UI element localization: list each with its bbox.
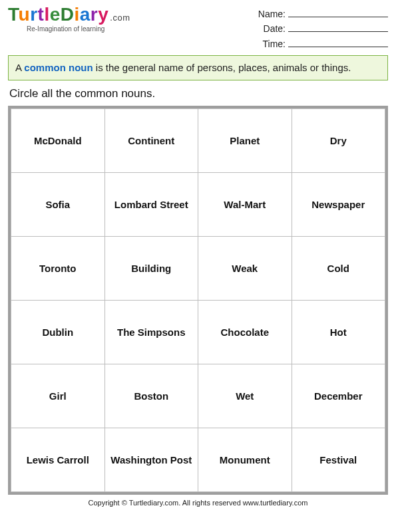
date-field: Date: — [258, 21, 388, 36]
grid-cell[interactable]: Newspaper — [292, 173, 385, 237]
grid-cell[interactable]: Building — [104, 237, 198, 301]
grid-cell[interactable]: Boston — [104, 364, 198, 428]
grid-cell[interactable]: Monument — [198, 428, 292, 492]
date-label: Date: — [264, 23, 286, 34]
grid-row: McDonald Continent Planet Dry — [11, 109, 385, 173]
name-blank[interactable] — [288, 9, 388, 17]
word-grid: McDonald Continent Planet Dry Sofia Lomb… — [11, 108, 385, 492]
time-blank[interactable] — [288, 39, 388, 47]
grid-cell[interactable]: Wet — [198, 364, 292, 428]
grid-cell[interactable]: Girl — [11, 364, 105, 428]
grid-cell[interactable]: McDonald — [11, 109, 105, 173]
grid-cell[interactable]: Cold — [292, 237, 385, 301]
name-label: Name: — [258, 9, 286, 19]
grid-cell[interactable]: Lombard Street — [104, 173, 198, 237]
word-grid-container: McDonald Continent Planet Dry Sofia Lomb… — [8, 106, 388, 495]
meta-fields: Name: Date: Time: — [258, 5, 388, 51]
grid-cell[interactable]: Festival — [292, 428, 385, 492]
grid-row: Lewis Carroll Washington Post Monument F… — [11, 428, 385, 492]
time-label: Time: — [263, 39, 286, 49]
grid-cell[interactable]: Lewis Carroll — [11, 428, 105, 492]
grid-cell[interactable]: The Simpsons — [104, 301, 198, 364]
grid-row: Toronto Building Weak Cold — [11, 237, 385, 301]
grid-row: Girl Boston Wet December — [11, 364, 385, 428]
grid-cell[interactable]: December — [292, 364, 385, 428]
definition-prefix: A — [15, 62, 24, 73]
grid-cell[interactable]: Dry — [292, 109, 385, 173]
footer: Copyright © Turtlediary.com. All rights … — [8, 499, 388, 507]
logo-tagline: Re-Imagination of learning — [27, 25, 258, 33]
grid-cell[interactable]: Washington Post — [104, 428, 198, 492]
grid-cell[interactable]: Dublin — [11, 301, 105, 364]
grid-cell[interactable]: Planet — [198, 109, 292, 173]
grid-cell[interactable]: Toronto — [11, 237, 105, 301]
logo-block: TurtleDiary.com Re-Imagination of learni… — [8, 5, 258, 33]
grid-cell[interactable]: Sofia — [11, 173, 105, 237]
name-field: Name: — [258, 7, 388, 21]
instruction: Circle all the common nouns. — [9, 87, 387, 100]
header: TurtleDiary.com Re-Imagination of learni… — [8, 5, 388, 51]
grid-row: Dublin The Simpsons Chocolate Hot — [11, 301, 385, 364]
definition-rest: is the general name of persons, places, … — [93, 62, 351, 73]
grid-cell[interactable]: Hot — [292, 301, 385, 364]
logo-suffix: .com — [110, 13, 130, 23]
definition-keyword: common noun — [24, 62, 93, 73]
date-blank[interactable] — [288, 24, 388, 32]
grid-row: Sofia Lombard Street Wal-Mart Newspaper — [11, 173, 385, 237]
grid-cell[interactable]: Continent — [104, 109, 198, 173]
time-field: Time: — [258, 37, 388, 51]
logo: TurtleDiary.com — [8, 5, 258, 24]
grid-cell[interactable]: Chocolate — [198, 301, 292, 364]
worksheet-page: TurtleDiary.com Re-Imagination of learni… — [0, 0, 396, 511]
definition-box: A common noun is the general name of per… — [8, 55, 388, 80]
grid-cell[interactable]: Wal-Mart — [198, 173, 292, 237]
grid-cell[interactable]: Weak — [198, 237, 292, 301]
